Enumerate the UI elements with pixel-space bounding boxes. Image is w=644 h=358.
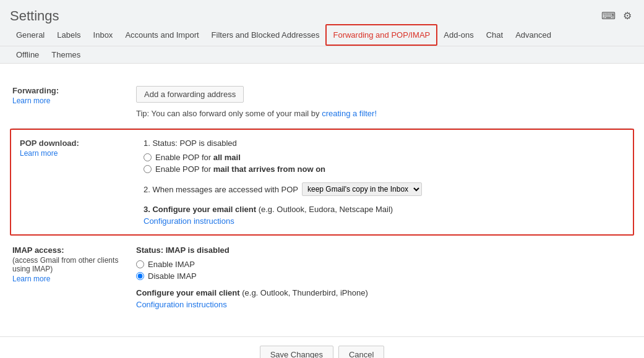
- nav-tabs-row2: Offline Themes: [0, 46, 644, 64]
- tab-themes[interactable]: Themes: [45, 46, 87, 63]
- pop-learn-more[interactable]: Learn more: [20, 149, 144, 158]
- forwarding-tip: Tip: You can also forward only some of y…: [136, 109, 632, 118]
- tab-inbox[interactable]: Inbox: [87, 24, 119, 46]
- tab-forwarding-pop-imap[interactable]: Forwarding and POP/IMAP: [325, 24, 437, 46]
- tab-advanced[interactable]: Advanced: [509, 24, 557, 46]
- add-forwarding-address-button[interactable]: Add a forwarding address: [136, 86, 244, 103]
- pop-label: POP download:: [20, 139, 144, 148]
- tab-labels[interactable]: Labels: [51, 24, 87, 46]
- tab-offline[interactable]: Offline: [10, 46, 45, 63]
- pop-configure: 3. Configure your email client (e.g. Out…: [144, 205, 624, 226]
- imap-learn-more[interactable]: Learn more: [12, 275, 136, 283]
- imap-disable-radio-input[interactable]: [136, 272, 144, 280]
- tab-addons[interactable]: Add-ons: [437, 24, 479, 46]
- imap-sublabel: (access Gmail from other clients using I…: [12, 256, 136, 273]
- forwarding-label: Forwarding:: [12, 86, 59, 95]
- creating-filter-link[interactable]: creating a filter!: [322, 109, 377, 118]
- pop-config-instructions-link[interactable]: Configuration instructions: [144, 216, 624, 226]
- imap-disable-radio: Disable IMAP: [136, 271, 632, 281]
- tab-filters-blocked[interactable]: Filters and Blocked Addresses: [205, 24, 326, 46]
- nav-tabs-row1: General Labels Inbox Accounts and Import…: [0, 24, 644, 46]
- bottom-bar: Save Changes Cancel: [0, 336, 644, 358]
- cancel-button[interactable]: Cancel: [338, 346, 384, 358]
- forwarding-section: Forwarding: Learn more Add a forwarding …: [12, 76, 632, 129]
- imap-label: IMAP access:: [12, 245, 136, 255]
- imap-config-instructions-link[interactable]: Configuration instructions: [136, 300, 632, 309]
- pop-radio-from-now: Enable POP for mail that arrives from no…: [144, 164, 624, 174]
- imap-enable-label: Enable IMAP: [148, 260, 195, 269]
- pop-when-accessed: 2. When messages are accessed with POP k…: [144, 182, 624, 196]
- pop-radio-all-mail-input[interactable]: [144, 153, 152, 161]
- save-changes-button[interactable]: Save Changes: [260, 346, 333, 358]
- pop-radio-all-mail: Enable POP for all mail: [144, 153, 624, 162]
- gear-icon[interactable]: ⚙: [620, 7, 634, 24]
- imap-disable-label: Disable IMAP: [148, 271, 197, 281]
- imap-enable-radio-input[interactable]: [136, 260, 144, 268]
- tab-accounts-import[interactable]: Accounts and Import: [119, 24, 205, 46]
- imap-section: IMAP access: (access Gmail from other cl…: [12, 236, 632, 319]
- imap-enable-radio: Enable IMAP: [136, 260, 632, 269]
- tab-chat[interactable]: Chat: [480, 24, 509, 46]
- pop-section: POP download: Learn more 1. Status: POP …: [10, 129, 634, 236]
- pop-copy-dropdown[interactable]: keep Gmail's copy in the Inbox mark Gmai…: [302, 182, 422, 196]
- keyboard-icon[interactable]: ⌨: [599, 7, 618, 24]
- forwarding-learn-more[interactable]: Learn more: [12, 96, 136, 105]
- tab-general[interactable]: General: [10, 24, 51, 46]
- imap-configure: Configure your email client (e.g. Outloo…: [136, 288, 632, 309]
- pop-radio-from-now-input[interactable]: [144, 165, 152, 173]
- imap-status: Status: IMAP is disabled: [136, 245, 632, 255]
- pop-status: 1. Status: POP is disabled: [144, 139, 624, 148]
- page-title: Settings: [10, 8, 59, 24]
